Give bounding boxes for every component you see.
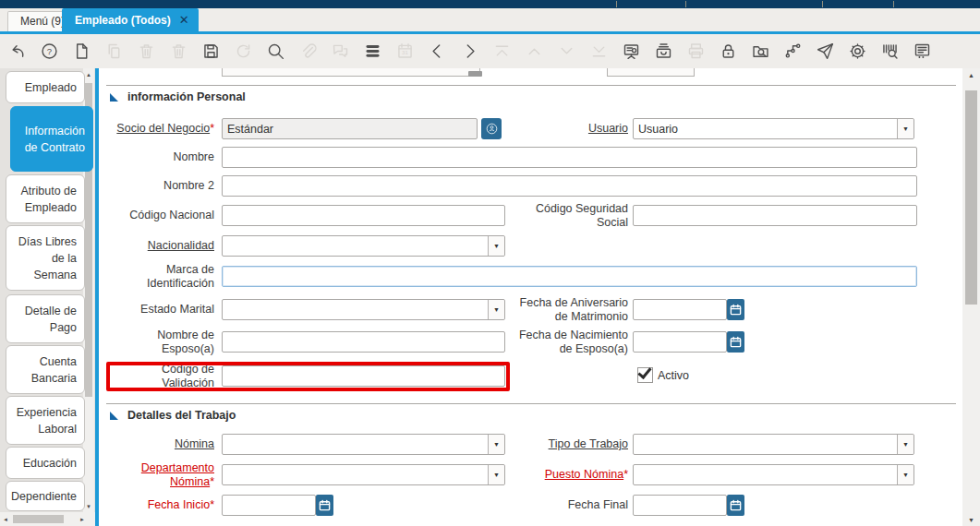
first-record-icon[interactable] — [491, 42, 512, 62]
nomina-input[interactable] — [222, 434, 505, 455]
nacionalidad-label[interactable]: Nacionalidad — [106, 232, 214, 260]
dropdown-arrow-icon[interactable]: ▼ — [488, 300, 504, 319]
codigo-validacion-input[interactable] — [222, 365, 505, 387]
puesto-nomina-label[interactable]: Puesto Nómina* — [517, 460, 628, 489]
puesto-nomina-input[interactable] — [633, 464, 914, 485]
nombre-input[interactable] — [222, 147, 917, 168]
business-partner-info-button[interactable] — [481, 118, 502, 139]
usuario-combobox[interactable]: ▼ — [633, 118, 914, 139]
dropdown-arrow-icon[interactable]: ▼ — [897, 465, 913, 484]
scroll-down-icon[interactable]: ▼ — [962, 513, 980, 526]
marca-identificacion-input[interactable] — [222, 266, 917, 287]
calendar-picker-button[interactable] — [727, 495, 744, 516]
undo-icon[interactable] — [6, 42, 27, 62]
nacionalidad-input[interactable] — [222, 235, 505, 257]
puesto-nomina-combobox[interactable]: ▼ — [633, 464, 914, 485]
chat-icon[interactable] — [330, 42, 350, 62]
scrollbar-thumb[interactable] — [13, 515, 64, 523]
sidebar-tab-educacion[interactable]: Educación — [6, 447, 85, 479]
usuario-label[interactable]: Usuario — [517, 114, 628, 143]
preferences-icon[interactable] — [847, 42, 867, 62]
nombre2-input[interactable] — [222, 175, 917, 197]
codigo-seguridad-social-input[interactable] — [633, 205, 917, 226]
codigo-nacional-label: Código Nacional — [106, 201, 214, 230]
sidebar-tab-atributo-de-empleado[interactable]: Atributo de Empleado — [6, 174, 85, 223]
content-vertical-scrollbar[interactable]: ▲ ▼ — [962, 68, 980, 526]
fecha-final-input[interactable] — [633, 495, 727, 516]
copy-record-icon[interactable] — [103, 42, 124, 62]
nombre2-label: Nombre 2 — [106, 172, 214, 200]
dropdown-arrow-icon[interactable]: ▼ — [488, 236, 504, 256]
archive-icon[interactable] — [653, 42, 673, 62]
workflow-icon[interactable] — [782, 42, 803, 62]
attachment-icon[interactable] — [297, 42, 318, 62]
sidebar-tab-informacion-de-contrato[interactable]: Información de Contrato — [10, 106, 93, 172]
scroll-left-icon[interactable]: ◄ — [0, 512, 11, 526]
tipo-de-trabajo-combobox[interactable]: ▼ — [633, 434, 914, 455]
sidebar-tab-dependiente[interactable]: Dependiente — [6, 481, 85, 511]
fecha-inicio-input[interactable] — [222, 495, 316, 516]
next-record-icon[interactable] — [459, 42, 479, 62]
refresh-icon[interactable] — [233, 42, 253, 62]
socio-del-negocio-input[interactable] — [222, 118, 478, 139]
fecha-nacimiento-esposo-input[interactable] — [633, 331, 727, 353]
fecha-aniversario-input[interactable] — [633, 299, 727, 320]
grid-toggle-icon[interactable] — [362, 42, 382, 62]
product-info-icon[interactable] — [879, 42, 900, 62]
dropdown-arrow-icon[interactable]: ▼ — [897, 119, 913, 138]
lock-icon[interactable] — [718, 42, 738, 62]
codigo-nacional-input[interactable] — [222, 205, 505, 226]
record-access-icon[interactable] — [750, 42, 770, 62]
calendar-picker-button[interactable] — [316, 495, 333, 516]
sidebar-tab-experiencia-laboral[interactable]: Experiencia Laboral — [6, 396, 85, 445]
nomina-combobox[interactable]: ▼ — [222, 434, 505, 455]
sidebar-tab-detalle-de-pago[interactable]: Detalle de Pago — [6, 294, 85, 343]
parent-record-icon[interactable] — [524, 42, 544, 62]
delete-selection-icon[interactable] — [168, 42, 188, 62]
fecha-nacimiento-esposo-label: Fecha de Nacimiento de Esposo(a) — [517, 325, 628, 360]
scroll-up-icon[interactable]: ▲ — [962, 68, 980, 81]
departamento-nomina-label[interactable]: Departamento Nómina* — [106, 458, 214, 493]
dropdown-arrow-icon[interactable]: ▼ — [488, 465, 504, 484]
sidebar-tab-empleado[interactable]: Empleado — [6, 71, 85, 103]
find-icon[interactable] — [265, 42, 285, 62]
tipo-de-trabajo-input[interactable] — [633, 434, 914, 455]
last-record-icon[interactable] — [588, 42, 609, 62]
section-header-detalles-del-trabajo[interactable]: Detalles del Trabajo — [110, 409, 236, 422]
help-icon[interactable]: ? — [39, 42, 59, 62]
calendar-icon[interactable]: 31 — [394, 42, 415, 62]
section-collapse-icon — [110, 412, 118, 420]
close-tab-icon[interactable]: ✕ — [179, 13, 189, 27]
estado-marital-combobox[interactable]: ▼ — [222, 299, 505, 320]
departamento-nomina-combobox[interactable]: ▼ — [222, 464, 505, 485]
request-icon[interactable] — [815, 42, 835, 62]
departamento-nomina-input[interactable] — [222, 464, 505, 485]
scrollbar-thumb[interactable] — [965, 90, 977, 305]
nombre-esposo-input[interactable] — [222, 331, 505, 353]
detail-record-icon[interactable] — [556, 42, 576, 62]
sidebar-horizontal-scrollbar[interactable]: ◄ ► — [0, 512, 95, 526]
estado-marital-input[interactable] — [222, 299, 505, 320]
dropdown-arrow-icon[interactable]: ▼ — [488, 435, 504, 454]
activo-checkbox[interactable] — [637, 367, 653, 383]
log-icon[interactable] — [912, 42, 932, 62]
report-icon[interactable] — [621, 42, 641, 62]
section-header-informacion-personal[interactable]: información Personal — [110, 90, 246, 103]
sidebar-tab-cuenta-bancaria[interactable]: Cuenta Bancaria — [6, 345, 85, 394]
scroll-right-icon[interactable]: ► — [77, 512, 88, 526]
calendar-picker-button[interactable] — [727, 331, 744, 353]
tipo-de-trabajo-label[interactable]: Tipo de Trabajo — [517, 430, 628, 459]
nomina-label[interactable]: Nómina — [106, 430, 214, 459]
nacionalidad-combobox[interactable]: ▼ — [222, 235, 505, 257]
sidebar-tab-dias-libres[interactable]: Días Libres de la Semana — [6, 225, 85, 291]
dropdown-arrow-icon[interactable]: ▼ — [897, 435, 913, 454]
tab-empleado-todos[interactable]: Empleado (Todos) ✕ — [62, 8, 199, 31]
calendar-picker-button[interactable] — [727, 299, 744, 320]
socio-del-negocio-label[interactable]: Socio del Negocio* — [106, 114, 214, 143]
delete-record-icon[interactable] — [136, 42, 156, 62]
usuario-input[interactable] — [633, 118, 914, 139]
save-icon[interactable] — [200, 42, 221, 62]
print-icon[interactable] — [685, 42, 706, 62]
new-record-icon[interactable] — [71, 42, 91, 62]
previous-record-icon[interactable] — [427, 42, 447, 62]
